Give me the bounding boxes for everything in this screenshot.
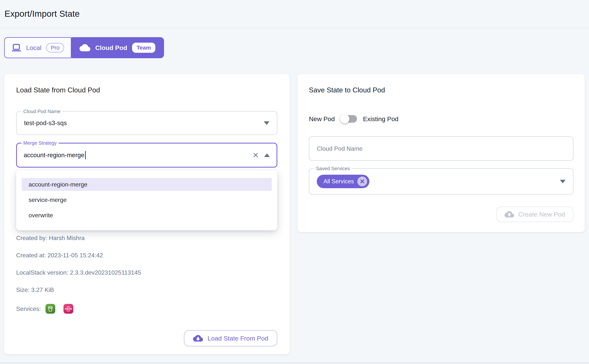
create-button-label: Create New Pod [518,211,565,218]
header-divider [0,28,589,28]
cloud-pod-name-value: test-pod-s3-sqs [24,119,67,127]
load-card-title: Load State from Cloud Pod [16,86,277,94]
saved-services-label: Saved Services [314,166,352,171]
all-services-chip-label: All Services [324,178,354,185]
tab-local-label: Local [26,44,41,52]
laptop-icon [12,44,21,52]
all-services-chip: All Services × [317,175,369,188]
clear-icon[interactable] [253,152,259,158]
s3-service-icon [46,304,55,314]
tab-cloud-pod[interactable]: Cloud Pod Team [71,37,164,58]
menu-option-account-region-merge[interactable]: account-region-merge [22,178,272,191]
cloud-pod-name-label: Cloud Pod Name [21,109,62,114]
merge-strategy-combobox[interactable]: Merge Strategy account-region-merge [16,143,277,168]
state-mode-tabs: Local Pro Cloud Pod Team [4,37,164,58]
menu-option-service-merge[interactable]: service-merge [22,194,272,206]
pro-badge: Pro [46,43,64,52]
pod-mode-toggle-row: New Pod Existing Pod [309,114,573,124]
cloud-icon [79,43,90,52]
services-label: Services: [16,306,41,312]
team-badge: Team [132,43,155,53]
menu-option-overwrite[interactable]: overwrite [22,209,272,222]
new-pod-label: New Pod [309,115,335,123]
meta-created-by: Created by: Harsh Mishra [16,235,277,241]
create-new-pod-button[interactable]: Create New Pod [496,207,573,222]
new-pod-name-input[interactable] [309,136,573,161]
cloud-pod-name-select[interactable]: Cloud Pod Name test-pod-s3-sqs [16,111,277,135]
tab-cloud-pod-label: Cloud Pod [95,44,127,52]
merge-strategy-label: Merge Strategy [21,140,59,146]
merge-strategy-menu: account-region-merge service-merge overw… [16,170,277,230]
load-button-label: Load State From Pod [208,335,268,342]
pod-metadata: Created by: Harsh Mishra Created at: 202… [16,235,277,314]
chevron-down-icon [560,180,565,183]
chevron-down-icon [264,121,269,125]
services-row: Services: [16,304,277,314]
switch-thumb [340,114,349,124]
text-cursor [85,151,86,159]
load-state-from-pod-button[interactable]: Load State From Pod [184,330,277,346]
merge-strategy-value: account-region-merge [24,152,84,159]
export-import-state-page: Export/Import State Local Pro Cloud Pod … [0,0,589,364]
pod-mode-switch[interactable] [341,115,357,123]
save-state-card: Save State to Cloud Pod New Pod Existing… [298,74,585,232]
cloud-upload-icon [504,210,514,218]
page-title: Export/Import State [5,9,80,19]
meta-localstack-version: LocalStack version: 2.3.3.dev20231025113… [16,269,277,276]
chip-delete-icon[interactable]: × [357,176,367,186]
chevron-up-icon[interactable] [264,153,270,157]
saved-services-select[interactable]: Saved Services All Services × [309,168,573,195]
existing-pod-label: Existing Pod [363,115,399,123]
sqs-service-icon [64,304,73,314]
save-card-title: Save State to Cloud Pod [309,86,573,94]
cloud-download-icon [193,334,203,342]
meta-size: Size: 3.27 KiB [16,287,277,293]
bottom-divider [0,362,589,364]
meta-created-at: Created at: 2023-11-05 15:24:42 [16,252,277,259]
load-state-card: Load State from Cloud Pod Cloud Pod Name… [4,74,290,354]
tab-local[interactable]: Local Pro [4,37,71,58]
